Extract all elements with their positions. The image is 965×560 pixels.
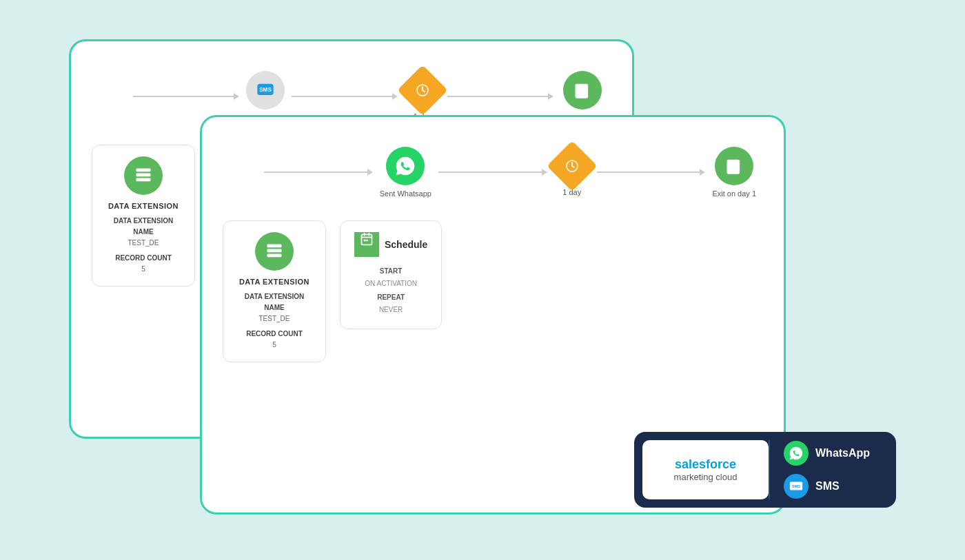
wa-schedule-start-label: START — [354, 265, 427, 278]
wa-exit-icon — [724, 156, 744, 176]
wa-flow-row: Sent Whatsapp 1 day — [223, 138, 763, 207]
wa-de-title: DATA EXTENSION — [237, 278, 312, 286]
sms-icon: SMS — [256, 81, 275, 100]
wa-connector-2 — [438, 169, 547, 176]
wa-exit-icon-circle — [715, 147, 753, 185]
wa-schedule-icon — [360, 232, 374, 246]
svg-rect-6 — [136, 173, 151, 176]
sms-de-title: DATA EXTENSION — [106, 202, 181, 210]
wa-de-name-value: Test_DE — [237, 313, 312, 324]
wa-exit-label: Exit on day 1 — [712, 189, 756, 198]
wa-bottom-row: DATA EXTENSION DATA EXTENSION NAME Test_… — [223, 220, 763, 358]
svg-rect-25 — [366, 239, 368, 241]
salesforce-logo-area: salesforce marketing cloud — [642, 440, 769, 499]
whatsapp-brand-item: WhatsApp — [784, 441, 882, 466]
svg-rect-18 — [267, 249, 282, 252]
salesforce-name: salesforce — [674, 457, 738, 472]
sms-exit-icon — [573, 81, 592, 100]
sms-de-name-value: Test_DE — [106, 238, 181, 249]
whatsapp-brand-icon-circle — [784, 441, 809, 466]
sms-de-count-label: RECORD COUNT — [106, 253, 181, 264]
svg-text:SMS: SMS — [792, 484, 800, 488]
wa-schedule-repeat-value: Never — [354, 304, 427, 316]
sms-exit-node: Exit on day 1 — [560, 71, 605, 122]
wa-de-details: DATA EXTENSION NAME Test_DE RECORD COUNT… — [237, 291, 312, 351]
sms-de-details: DATA EXTENSION NAME Test_DE RECORD COUNT… — [106, 216, 181, 275]
wa-de-count-value: 5 — [237, 340, 312, 351]
sms-de-name-label: DATA EXTENSION NAME — [106, 216, 181, 238]
sms-clock-icon — [414, 82, 431, 98]
sms-wait-diamond — [398, 65, 449, 116]
sms-label: SMS — [815, 480, 840, 492]
wa-de-icon-circle — [255, 232, 294, 271]
wa-connector-1 — [264, 169, 373, 176]
wa-schedule-repeat-label: REPEAT — [354, 291, 427, 304]
svg-rect-19 — [267, 253, 282, 257]
wa-connector-3 — [597, 169, 706, 176]
wa-de-icon — [265, 242, 284, 261]
brand-channels: WhatsApp SMS SMS — [770, 432, 896, 508]
svg-line-16 — [572, 166, 574, 167]
sms-exit-icon-circle — [563, 71, 602, 110]
wa-wait-node: 1 day — [554, 148, 590, 196]
salesforce-logo: salesforce marketing cloud — [674, 457, 738, 482]
salesforce-product: marketing cloud — [674, 472, 738, 482]
wa-schedule-header: Schedule — [354, 232, 427, 257]
connector-2 — [292, 93, 398, 100]
connector-3 — [447, 93, 553, 100]
sms-brand-icon: SMS — [789, 479, 804, 494]
sms-de-count-value: 5 — [106, 264, 181, 275]
svg-rect-7 — [136, 178, 151, 181]
wa-schedule-icon-circle — [354, 232, 379, 257]
wa-schedule-title: Schedule — [385, 239, 427, 250]
sms-de-icon-circle — [124, 156, 163, 195]
sms-wait-node: 1 day — [405, 72, 440, 121]
svg-line-4 — [423, 90, 425, 92]
sms-message-node: SMS Sent SMS — [246, 71, 285, 122]
sms-data-extension-box: DATA EXTENSION DATA EXTENSION NAME Test_… — [92, 145, 195, 287]
wa-exit-node: Exit on day 1 — [712, 147, 756, 198]
svg-rect-5 — [136, 168, 151, 172]
whatsapp-label: WhatsApp — [815, 447, 870, 459]
wa-schedule-box: Schedule START On Activation REPEAT Neve… — [340, 220, 442, 329]
svg-text:SMS: SMS — [259, 87, 272, 93]
wa-node-label: Sent Whatsapp — [380, 189, 431, 198]
sms-de-icon — [134, 166, 153, 185]
whatsapp-brand-icon — [789, 446, 804, 461]
wa-clock-icon — [564, 158, 580, 174]
wa-message-node: Sent Whatsapp — [380, 147, 431, 198]
connector-1 — [133, 93, 239, 100]
wa-data-extension-box: DATA EXTENSION DATA EXTENSION NAME Test_… — [223, 220, 326, 362]
whatsapp-icon — [394, 155, 416, 177]
wa-de-name-label: DATA EXTENSION NAME — [237, 291, 312, 313]
sms-brand-icon-circle: SMS — [784, 474, 809, 499]
wa-de-count-label: RECORD COUNT — [237, 329, 312, 340]
svg-rect-24 — [364, 239, 366, 241]
wa-schedule-start-value: On Activation — [354, 278, 427, 290]
svg-rect-17 — [267, 244, 282, 247]
wa-wait-diamond — [547, 141, 598, 191]
sms-brand-item: SMS SMS — [784, 474, 882, 499]
sms-icon-circle: SMS — [246, 71, 285, 110]
brand-card: salesforce marketing cloud WhatsApp SMS — [634, 432, 896, 508]
wa-schedule-details: START On Activation REPEAT Never — [354, 265, 427, 316]
wa-icon-circle — [386, 147, 425, 185]
